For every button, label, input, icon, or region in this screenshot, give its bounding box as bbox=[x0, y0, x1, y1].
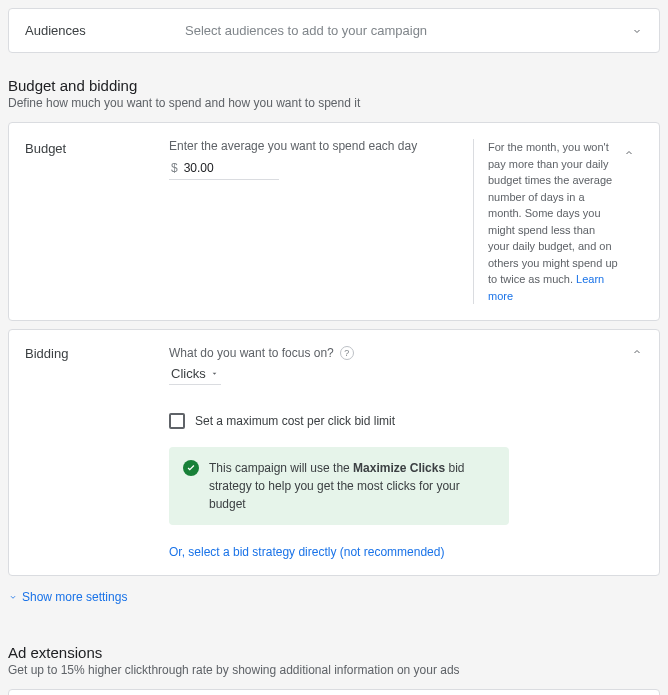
currency-symbol: $ bbox=[171, 161, 178, 175]
banner-strategy: Maximize Clicks bbox=[353, 461, 445, 475]
budget-bidding-sub: Define how much you want to spend and ho… bbox=[8, 96, 660, 110]
bidding-focus-select[interactable]: Clicks bbox=[169, 362, 221, 385]
check-icon bbox=[183, 460, 199, 476]
banner-prefix: This campaign will use the bbox=[209, 461, 353, 475]
show-more-label: Show more settings bbox=[22, 590, 127, 604]
ad-extensions-card: Sitelink extensions Add additional links… bbox=[8, 689, 660, 695]
ad-extensions-sub: Get up to 15% higher clickthrough rate b… bbox=[8, 663, 660, 677]
budget-bidding-heading: Budget and bidding bbox=[8, 77, 660, 94]
budget-label: Budget bbox=[25, 139, 169, 304]
audiences-placeholder: Select audiences to add to your campaign bbox=[185, 23, 643, 38]
bidding-card: Bidding What do you want to focus on? ? … bbox=[8, 329, 660, 576]
max-cpc-label: Set a maximum cost per click bid limit bbox=[195, 414, 395, 428]
chevron-up-icon[interactable] bbox=[623, 147, 635, 164]
budget-prompt: Enter the average you want to spend each… bbox=[169, 139, 473, 153]
budget-help-panel: For the month, you won't pay more than y… bbox=[473, 139, 643, 304]
sitelink-extensions-row[interactable]: Sitelink extensions Add additional links… bbox=[9, 690, 659, 695]
chevron-down-icon bbox=[8, 592, 18, 602]
show-more-settings-link[interactable]: Show more settings bbox=[8, 590, 660, 604]
max-cpc-checkbox[interactable] bbox=[169, 413, 185, 429]
audiences-label: Audiences bbox=[25, 23, 185, 38]
help-icon[interactable]: ? bbox=[340, 346, 354, 360]
bidding-label: Bidding bbox=[25, 346, 169, 559]
ad-extensions-heading: Ad extensions bbox=[8, 644, 660, 661]
dropdown-icon bbox=[210, 369, 219, 378]
bid-strategy-direct-link[interactable]: Or, select a bid strategy directly (not … bbox=[169, 545, 643, 559]
bidding-info-banner: This campaign will use the Maximize Clic… bbox=[169, 447, 509, 525]
chevron-up-icon[interactable] bbox=[631, 346, 643, 361]
budget-help-text: For the month, you won't pay more than y… bbox=[488, 141, 618, 285]
budget-input-wrap[interactable]: $ bbox=[169, 157, 279, 180]
budget-input[interactable] bbox=[184, 161, 244, 175]
audiences-card[interactable]: Audiences Select audiences to add to you… bbox=[8, 8, 660, 53]
chevron-down-icon[interactable] bbox=[631, 25, 643, 37]
bidding-focus-question: What do you want to focus on? bbox=[169, 346, 334, 360]
bidding-selected-value: Clicks bbox=[171, 366, 206, 381]
budget-card: Budget Enter the average you want to spe… bbox=[8, 122, 660, 321]
